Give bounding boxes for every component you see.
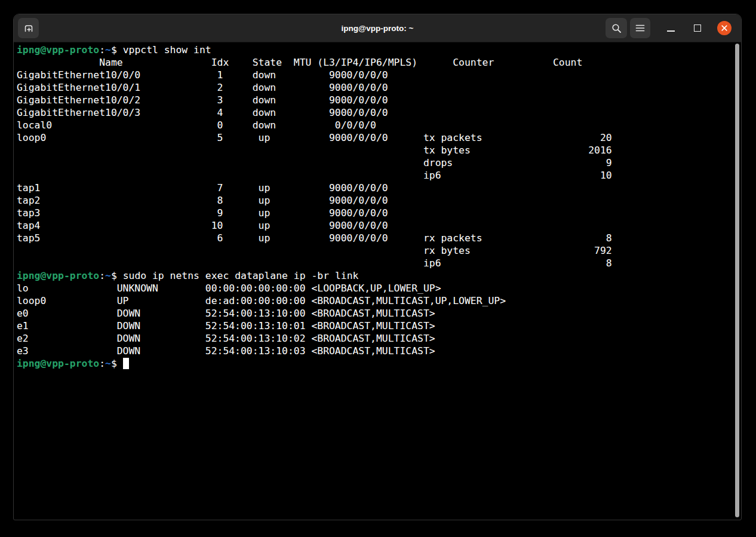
terminal-output: ipng@vpp-proto:~$ vppctl show int Name I…: [17, 44, 740, 370]
terminal-text: local0 0 down 0/0/0/0: [17, 119, 376, 131]
terminal-text: Name Idx State MTU (L3/IP4/IP6/MPLS) Cou…: [17, 57, 582, 68]
tab-new-icon: [23, 23, 34, 33]
terminal-text-line: lo UNKNOWN 00:00:00:00:00:00 <LOOPBACK,U…: [17, 282, 740, 294]
menu-button[interactable]: [630, 18, 650, 38]
terminal-text: e1 DOWN 52:54:00:13:10:01 <BROADCAST,MUL…: [17, 320, 435, 332]
terminal-text-line: ip6 10: [17, 169, 740, 182]
terminal-text-line: tap4 10 up 9000/0/0/0: [17, 219, 740, 232]
terminal-text: tap1 7 up 9000/0/0/0: [17, 182, 388, 194]
prompt-separator: :: [99, 44, 105, 56]
terminal-text-line: tap1 7 up 9000/0/0/0: [17, 182, 740, 194]
terminal-text: e0 DOWN 52:54:00:13:10:00 <BROADCAST,MUL…: [17, 308, 435, 319]
terminal-prompt-line: ipng@vpp-proto:~$ sudo ip netns exec dat…: [17, 269, 740, 282]
terminal-text: tap2 8 up 9000/0/0/0: [17, 195, 388, 206]
terminal-text: GigabitEthernet10/0/0 1 down 9000/0/0/0: [17, 69, 388, 81]
terminal-text-line: GigabitEthernet10/0/1 2 down 9000/0/0/0: [17, 81, 740, 94]
prompt-separator: :: [99, 358, 105, 369]
terminal-prompt-line: ipng@vpp-proto:~$ vppctl show int: [17, 44, 740, 56]
headerbar-controls: [606, 18, 736, 38]
terminal-text-line: loop0 UP de:ad:00:00:00:00 <BROADCAST,MU…: [17, 294, 740, 307]
terminal-text: ip6 10: [17, 170, 612, 181]
prompt-directory: ~: [105, 270, 111, 281]
terminal-text-line: tx bytes 2016: [17, 144, 740, 157]
terminal-text: GigabitEthernet10/0/3 4 down 9000/0/0/0: [17, 107, 388, 118]
terminal-text-line: drops 9: [17, 157, 740, 169]
terminal-text-line: GigabitEthernet10/0/0 1 down 9000/0/0/0: [17, 69, 740, 81]
minimize-icon: [667, 30, 675, 32]
prompt-dollar: $: [111, 270, 123, 281]
maximize-icon: [694, 24, 701, 32]
prompt-dollar: $: [111, 44, 123, 56]
terminal-text: tx bytes 2016: [17, 145, 612, 156]
terminal-text: e3 DOWN 52:54:00:13:10:03 <BROADCAST,MUL…: [17, 345, 435, 357]
prompt-user-host: ipng@vpp-proto: [17, 358, 99, 369]
terminal-text: ip6 8: [17, 257, 612, 269]
terminal-text: loop0 UP de:ad:00:00:00:00 <BROADCAST,MU…: [17, 295, 506, 306]
command-text: sudo ip netns exec dataplane ip -br link: [123, 270, 359, 281]
terminal-text-line: tap3 9 up 9000/0/0/0: [17, 207, 740, 219]
headerbar: ipng@vpp-proto: ~: [14, 14, 741, 42]
terminal-text-line: e0 DOWN 52:54:00:13:10:00 <BROADCAST,MUL…: [17, 307, 740, 320]
terminal-text: GigabitEthernet10/0/2 3 down 9000/0/0/0: [17, 94, 388, 106]
terminal-text-line: local0 0 down 0/0/0/0: [17, 119, 740, 131]
scrollbar-thumb[interactable]: [735, 44, 739, 517]
prompt-user-host: ipng@vpp-proto: [17, 270, 99, 281]
new-tab-button[interactable]: [18, 18, 39, 38]
terminal-text-line: loop0 5 up 9000/0/0/0 tx packets 20: [17, 131, 740, 144]
terminal-text: tap3 9 up 9000/0/0/0: [17, 207, 388, 219]
terminal-text: GigabitEthernet10/0/1 2 down 9000/0/0/0: [17, 82, 388, 93]
scrollbar-track: [735, 44, 740, 517]
terminal-text-line: e3 DOWN 52:54:00:13:10:03 <BROADCAST,MUL…: [17, 345, 740, 357]
maximize-button[interactable]: [686, 18, 709, 38]
terminal-text-line: GigabitEthernet10/0/2 3 down 9000/0/0/0: [17, 94, 740, 106]
terminal-text: e2 DOWN 52:54:00:13:10:02 <BROADCAST,MUL…: [17, 333, 435, 344]
terminal-text-line: ip6 8: [17, 257, 740, 269]
terminal-text: loop0 5 up 9000/0/0/0 tx packets 20: [17, 132, 612, 143]
terminal-window: ipng@vpp-proto: ~: [13, 14, 742, 520]
terminal-cursor: [123, 358, 129, 369]
prompt-separator: :: [99, 270, 105, 281]
minimize-button[interactable]: [659, 18, 683, 38]
terminal-text-line: tap2 8 up 9000/0/0/0: [17, 194, 740, 207]
hamburger-menu-icon: [635, 24, 645, 32]
terminal-text: rx bytes 792: [17, 245, 612, 256]
search-icon: [611, 23, 622, 33]
terminal-text: drops 9: [17, 157, 612, 168]
terminal-screen[interactable]: ipng@vpp-proto:~$ vppctl show int Name I…: [14, 42, 740, 519]
terminal-text-line: tap5 6 up 9000/0/0/0 rx packets 8: [17, 232, 740, 244]
prompt-user-host: ipng@vpp-proto: [17, 44, 99, 56]
terminal-text: lo UNKNOWN 00:00:00:00:00:00 <LOOPBACK,U…: [17, 283, 441, 294]
close-icon: [717, 21, 732, 35]
terminal-text-line: Name Idx State MTU (L3/IP4/IP6/MPLS) Cou…: [17, 56, 740, 69]
command-text: vppctl show int: [123, 44, 211, 56]
prompt-directory: ~: [105, 358, 111, 369]
terminal-text: tap4 10 up 9000/0/0/0: [17, 220, 388, 231]
terminal-text-line: rx bytes 792: [17, 244, 740, 257]
terminal-text-line: GigabitEthernet10/0/3 4 down 9000/0/0/0: [17, 106, 740, 119]
terminal-text: tap5 6 up 9000/0/0/0 rx packets 8: [17, 232, 612, 244]
terminal-text-line: e2 DOWN 52:54:00:13:10:02 <BROADCAST,MUL…: [17, 332, 740, 345]
terminal-prompt-line: ipng@vpp-proto:~$: [17, 357, 740, 370]
terminal-text-line: e1 DOWN 52:54:00:13:10:01 <BROADCAST,MUL…: [17, 320, 740, 332]
close-button[interactable]: [712, 18, 736, 38]
prompt-directory: ~: [105, 44, 111, 56]
search-button[interactable]: [606, 18, 627, 38]
prompt-dollar: $: [111, 358, 123, 369]
